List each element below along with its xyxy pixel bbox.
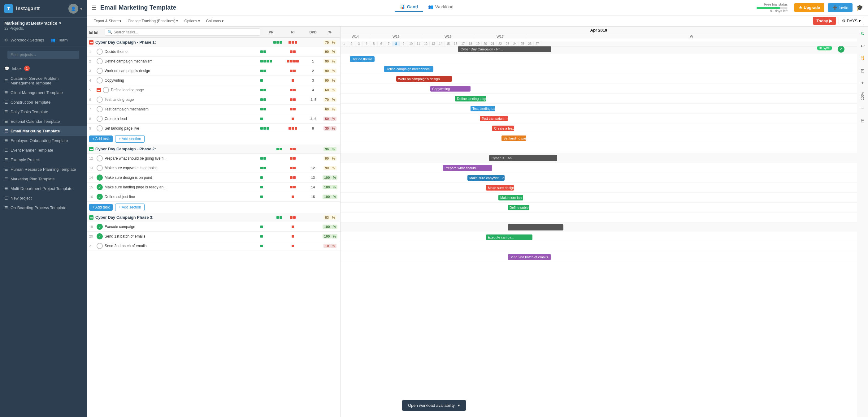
task-checkbox[interactable]	[97, 224, 103, 230]
task-row: 2 Define campaign mechanism 1 90%	[87, 57, 340, 66]
add-icon[interactable]: +	[859, 78, 867, 87]
sidebar-item-event-planner[interactable]: ☰ Event Planner Template	[0, 146, 87, 155]
columns-button[interactable]: Columns ▾	[203, 18, 226, 25]
task-checkbox[interactable]	[97, 243, 103, 249]
section-phase2-row: ▬ Cyber Day Campaign - Phase 2: 96%	[87, 145, 340, 154]
task-name: Create a lead	[105, 117, 260, 121]
today-button[interactable]: Today ▶	[813, 17, 836, 25]
task-checkbox[interactable]	[97, 49, 103, 55]
gantt-bar-send-2nd-batch[interactable]: Send 2nd batch of emails	[508, 254, 551, 260]
graduation-icon[interactable]: 🎓	[856, 4, 863, 11]
dropdown-chevron-icon2: ▾	[176, 19, 178, 23]
task-row: 14 Make sure design is on point 13 100%	[87, 173, 340, 183]
sidebar-item-customer-service[interactable]: ☰ Customer Service Problem Management Te…	[0, 74, 87, 88]
team-nav[interactable]: 👥 Team	[51, 36, 68, 43]
workspace-name[interactable]: Marketing at BestPractice ▾	[4, 21, 82, 26]
invite-button[interactable]: ➕ Invite	[828, 3, 852, 12]
task-name: Make sure landing page is ready an...	[105, 185, 260, 189]
gantt-bar-set-landing-live[interactable]: Set landing page li...	[501, 135, 526, 141]
list-icon: ☰	[4, 205, 8, 210]
gantt-bar-test-campaign[interactable]: Test campaign mechanis...	[480, 116, 508, 121]
copy-icon[interactable]: ⊡	[859, 66, 867, 75]
list-icon: ☰	[4, 186, 8, 191]
gantt-bar-copywriting[interactable]: Copywriting	[430, 86, 470, 92]
add-section-button-phase1[interactable]: + Add section	[115, 135, 144, 142]
gantt-bar-define-landing[interactable]: Define landing page	[455, 96, 486, 101]
tab-workload[interactable]: 👥 Workload	[423, 2, 459, 12]
filter-input[interactable]	[7, 51, 79, 59]
minus-icon[interactable]: −	[859, 104, 867, 113]
gantt-bar-make-sure-design[interactable]: Make sure design... p...	[486, 185, 514, 191]
gantt-bar-create-lead[interactable]: Create a lead	[492, 126, 514, 131]
sort-icon[interactable]: ⇅	[859, 54, 867, 63]
gantt-task-row: Execute campa...	[341, 232, 857, 242]
section-collapse-toggle-phase3[interactable]: ▬	[89, 215, 93, 220]
logo-icon: T	[4, 4, 13, 13]
gantt-add-row-gap-phase1	[341, 143, 857, 153]
task-checkbox[interactable]	[97, 58, 103, 64]
inbox-nav[interactable]: 💬 Inbox 1	[0, 63, 87, 74]
gantt-bar-make-sure-copywrite[interactable]: Make sure copywrit... o...	[467, 175, 504, 181]
days-selector[interactable]: ⚙ DAYS ▾	[839, 17, 864, 25]
workbook-settings-nav[interactable]: ⚙ Workbook Settings	[4, 36, 44, 43]
task-collapse-icon[interactable]: ▬	[97, 88, 101, 92]
gantt-bar-decide-theme[interactable]: Decide theme	[350, 56, 375, 62]
task-checkbox[interactable]	[97, 97, 103, 103]
task-checkbox[interactable]	[97, 125, 103, 131]
export-share-button[interactable]: Export & Share ▾	[90, 18, 124, 25]
sidebar-item-example-project[interactable]: ☰ Example Project	[0, 155, 87, 165]
section-collapse-toggle-phase1[interactable]: ▬	[89, 40, 93, 44]
sidebar-item-marketing-plan[interactable]: ☰ Marketing Plan Template	[0, 174, 87, 184]
search-input[interactable]	[114, 30, 169, 34]
avatar[interactable]: 👤	[68, 4, 78, 13]
sidebar-item-daily-tasks[interactable]: ☰ Daily Tasks Template	[0, 107, 87, 117]
task-name: Execute campaign	[105, 225, 260, 229]
task-checkbox[interactable]	[97, 165, 103, 171]
gantt-bar-make-sure-landing[interactable]: Make sure lan...	[498, 195, 523, 200]
workload-view-icon[interactable]: ⊟	[859, 116, 867, 125]
task-dpd: 14	[304, 185, 322, 189]
list-icon: ☰	[4, 167, 8, 172]
gantt-bar-define-mechanism[interactable]: Define campaign mechanism	[384, 66, 433, 72]
menu-icon[interactable]: ☰	[92, 4, 97, 11]
add-section-button-phase2[interactable]: + Add section	[115, 203, 144, 211]
sidebar-item-employee-onboarding[interactable]: ☰ Employee Onboarding Template	[0, 136, 87, 146]
task-checkbox[interactable]	[97, 77, 103, 84]
upgrade-button[interactable]: ★ Upgrade	[794, 3, 824, 12]
sidebar-item-email-marketing[interactable]: ☰ Email Marketing Template	[0, 126, 87, 136]
section-collapse-toggle-phase2[interactable]: ▬	[89, 147, 93, 151]
add-col-icon[interactable]: ⊞	[89, 30, 93, 35]
options-button[interactable]: Options ▾	[181, 18, 203, 25]
add-task-button-phase2[interactable]: + Add task	[89, 204, 113, 211]
sidebar-item-onboarding[interactable]: ☰ On-Boarding Process Template	[0, 203, 87, 213]
add-task-button-phase1[interactable]: + Add task	[89, 135, 113, 142]
sidebar-item-multi-dept[interactable]: ☰ Multi-Department Project Template	[0, 184, 87, 193]
task-row: 4 Copywriting 3 90%	[87, 76, 340, 85]
sidebar-item-client-management[interactable]: ☰ Client Management Template	[0, 88, 87, 97]
task-checkbox[interactable]	[97, 116, 103, 122]
workload-availability-bar[interactable]: Open workload availability ▾	[402, 400, 466, 411]
sidebar-chevron[interactable]: ▾	[80, 6, 82, 11]
task-checkbox[interactable]	[97, 184, 103, 190]
gantt-bar-test-landing[interactable]: Test landing page	[470, 106, 495, 111]
task-checkbox[interactable]	[97, 174, 103, 181]
sidebar-item-new-project[interactable]: ☰ New project	[0, 193, 87, 203]
task-checkbox[interactable]	[97, 155, 103, 161]
tab-gantt[interactable]: 📊 Gantt	[395, 2, 423, 12]
sync-icon[interactable]: ↻	[859, 29, 867, 38]
task-checkbox[interactable]	[97, 106, 103, 112]
view-icon[interactable]: ⊟	[94, 30, 98, 35]
sidebar-item-construction[interactable]: ☰ Construction Template	[0, 97, 87, 107]
gantt-bar-define-subject[interactable]: Define subject	[508, 205, 529, 211]
gantt-bar-execute-campaign[interactable]: Execute campa...	[486, 234, 532, 240]
sidebar-item-hr-planning[interactable]: ☰ Human Resource Planning Template	[0, 165, 87, 174]
gantt-bar-prepare-what[interactable]: Prepare what should...	[443, 165, 492, 171]
task-checkbox[interactable]	[97, 194, 103, 200]
gantt-bar-campaign-design[interactable]: Work on campaign's design	[396, 76, 452, 82]
task-checkbox[interactable]	[97, 233, 103, 239]
change-tracking-button[interactable]: Change Tracking (Baselines) ▾	[124, 18, 181, 25]
task-checkbox[interactable]	[103, 87, 109, 93]
sidebar-item-editorial[interactable]: ☰ Editorial Calendar Template	[0, 117, 87, 126]
undo-icon[interactable]: ↩	[859, 41, 867, 50]
task-checkbox[interactable]	[97, 68, 103, 74]
